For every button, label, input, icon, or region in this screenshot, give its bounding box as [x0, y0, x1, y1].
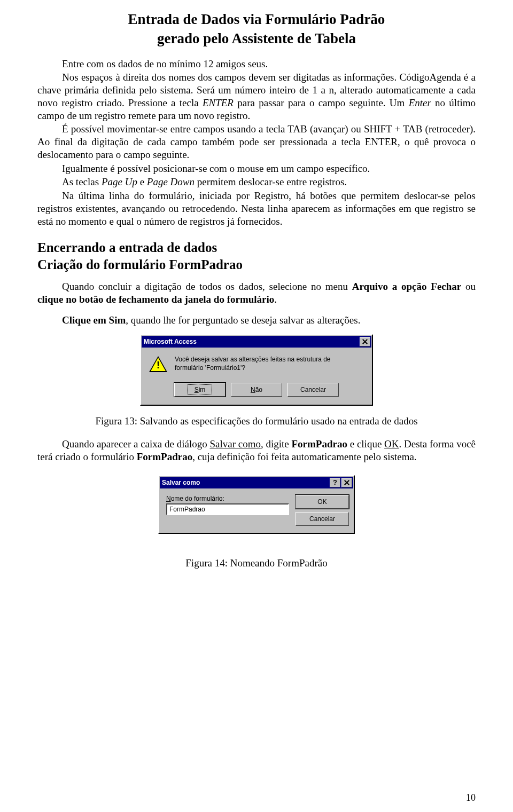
paragraph-8: Clique em Sim, quando lhe for perguntado… — [37, 314, 476, 327]
dialog-message: Você deseja salvar as alterações feitas … — [175, 355, 351, 372]
paragraph-4: Igualmente é possível posicionar-se com … — [37, 162, 476, 175]
paragraph-2: Nos espaços à direita dos nomes dos camp… — [37, 71, 476, 122]
close-icon — [362, 339, 368, 344]
question-icon: ? — [333, 478, 337, 486]
form-name-input[interactable] — [166, 503, 289, 515]
page-subtitle: gerado pelo Assistente de Tabela — [37, 30, 476, 48]
page-number: 10 — [466, 792, 476, 803]
figure-caption-13: Figura 13: Salvando as especificações do… — [37, 415, 476, 427]
warning-icon: ! — [149, 356, 167, 372]
paragraph-5: As teclas Page Up e Page Down permitem d… — [37, 176, 476, 188]
close-button[interactable] — [341, 478, 352, 487]
yes-button[interactable]: Sim — [174, 383, 226, 397]
help-button[interactable]: ? — [330, 478, 340, 487]
paragraph-7: Quando concluir a digitação de todos os … — [37, 280, 476, 306]
ok-button[interactable]: OK — [296, 495, 349, 509]
paragraph-6: Na última linha do formulário, iniciada … — [37, 190, 476, 227]
dialog-save-as: Salvar como ? Nome do formulário: — [158, 475, 355, 534]
no-button[interactable]: Não — [231, 383, 282, 397]
close-button[interactable] — [360, 337, 370, 346]
dialog-save-changes: Microsoft Access ! Você deseja salvar as… — [140, 334, 373, 406]
paragraph-9: Quando aparecer a caixa de diálogo Salva… — [37, 438, 476, 463]
dialog-titlebar: Microsoft Access — [142, 336, 371, 348]
close-icon — [344, 480, 349, 485]
form-name-label: Nome do formulário: — [166, 495, 289, 502]
paragraph-1: Entre com os dados de no mínimo 12 amigo… — [37, 58, 476, 70]
section-heading-1: Encerrando a entrada de dados — [37, 239, 476, 256]
dialog-title: Microsoft Access — [144, 338, 197, 345]
paragraph-3: É possível movimentar-se entre campos us… — [37, 123, 476, 161]
cancel-button[interactable]: Cancelar — [296, 512, 349, 526]
cancel-button[interactable]: Cancelar — [287, 383, 339, 397]
dialog-title: Salvar como — [162, 479, 200, 486]
dialog-titlebar: Salvar como ? — [160, 477, 353, 488]
section-heading-2: Criação do formulário FormPadrao — [37, 256, 476, 273]
figure-caption-14: Figura 14: Nomeando FormPadrão — [37, 557, 476, 569]
page-title: Entrada de Dados via Formulário Padrão — [37, 11, 476, 29]
